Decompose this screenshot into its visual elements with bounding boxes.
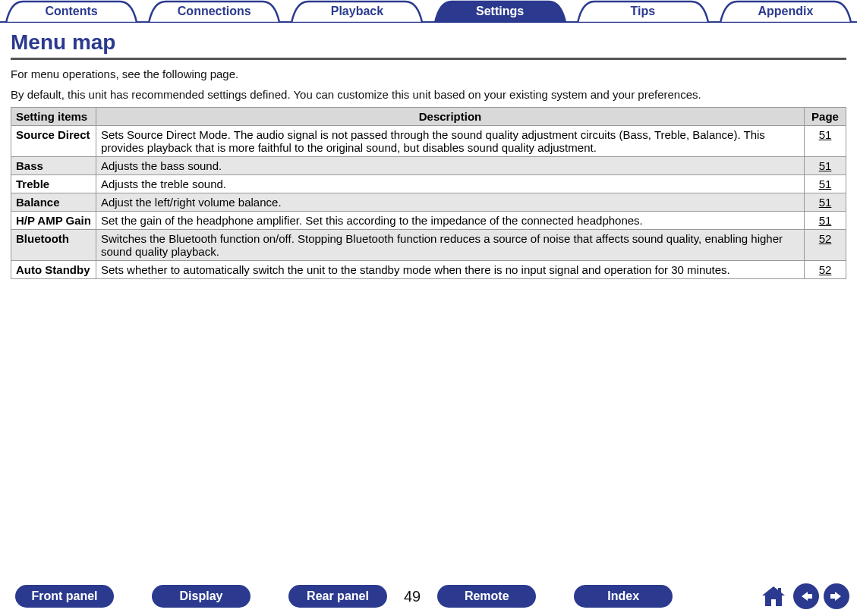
intro-text-1: For menu operations, see the following p… [11, 66, 846, 82]
setting-desc: Adjusts the bass sound. [96, 157, 804, 175]
tab-tips[interactable]: Tips [572, 0, 714, 23]
setting-desc: Sets whether to automatically switch the… [96, 261, 804, 279]
tab-label: Appendix [714, 0, 857, 23]
table-row: Bluetooth Switches the Bluetooth functio… [11, 230, 846, 261]
tab-connections[interactable]: Connections [143, 0, 285, 23]
top-nav: Contents Connections Playback Settings T… [0, 0, 857, 23]
setting-desc: Set the gain of the headphone amplifier.… [96, 212, 804, 230]
index-button[interactable]: Index [574, 585, 673, 608]
setting-item: H/P AMP Gain [11, 212, 96, 230]
setting-desc: Adjust the left/right volume balance. [96, 193, 804, 212]
table-header-row: Setting items Description Page [11, 108, 846, 126]
table-row: Source Direct Sets Source Direct Mode. T… [11, 126, 846, 157]
header-setting-items: Setting items [11, 108, 96, 126]
svg-rect-0 [778, 588, 781, 593]
display-button[interactable]: Display [152, 585, 250, 608]
setting-item: Source Direct [11, 126, 96, 157]
rear-panel-button[interactable]: Rear panel [288, 585, 387, 608]
table-row: Bass Adjusts the bass sound. 51 [11, 157, 846, 175]
home-icon [760, 584, 787, 608]
bottom-bar: Front panel Display Rear panel 49 Remote… [0, 583, 857, 610]
front-panel-button[interactable]: Front panel [15, 585, 114, 608]
intro-text-2: By default, this unit has recommended se… [11, 86, 846, 102]
next-button[interactable] [824, 583, 849, 609]
table-row: Auto Standby Sets whether to automatical… [11, 261, 846, 279]
page-title: Menu map [11, 30, 846, 60]
home-button[interactable] [758, 583, 789, 610]
page-link[interactable]: 51 [805, 193, 846, 212]
prev-button[interactable] [793, 583, 819, 609]
table-row: H/P AMP Gain Set the gain of the headpho… [11, 212, 846, 230]
page-link[interactable]: 51 [805, 212, 846, 230]
tab-label: Settings [429, 0, 572, 23]
page-link[interactable]: 52 [805, 230, 846, 261]
page-link[interactable]: 51 [805, 126, 846, 157]
setting-desc: Sets Source Direct Mode. The audio signa… [96, 126, 804, 157]
tab-appendix[interactable]: Appendix [714, 0, 857, 23]
table-row: Balance Adjust the left/right volume bal… [11, 193, 846, 212]
tab-contents[interactable]: Contents [0, 0, 143, 23]
page-link[interactable]: 51 [805, 157, 846, 175]
arrow-left-icon [799, 590, 814, 602]
arrow-right-icon [829, 590, 844, 602]
page-link[interactable]: 51 [805, 175, 846, 193]
pill-group-right: Remote Index [437, 585, 673, 608]
setting-desc: Switches the Bluetooth function on/off. … [96, 230, 804, 261]
table-row: Treble Adjusts the treble sound. 51 [11, 175, 846, 193]
setting-item: Treble [11, 175, 96, 193]
remote-button[interactable]: Remote [437, 585, 536, 608]
tab-label: Tips [572, 0, 714, 23]
tab-playback[interactable]: Playback [285, 0, 428, 23]
nav-icons [758, 583, 849, 610]
tab-label: Contents [0, 0, 143, 23]
setting-item: Bass [11, 157, 96, 175]
header-page: Page [805, 108, 846, 126]
tab-label: Playback [285, 0, 428, 23]
page-number: 49 [404, 588, 421, 605]
setting-item: Auto Standby [11, 261, 96, 279]
main-content: Menu map For menu operations, see the fo… [0, 23, 857, 279]
tab-settings[interactable]: Settings [429, 0, 572, 23]
header-description: Description [96, 108, 804, 126]
menu-table: Setting items Description Page Source Di… [11, 107, 846, 279]
tab-label: Connections [143, 0, 285, 23]
setting-item: Balance [11, 193, 96, 212]
setting-desc: Adjusts the treble sound. [96, 175, 804, 193]
pill-group-left: Front panel Display Rear panel [0, 585, 387, 608]
setting-item: Bluetooth [11, 230, 96, 261]
page-link[interactable]: 52 [805, 261, 846, 279]
